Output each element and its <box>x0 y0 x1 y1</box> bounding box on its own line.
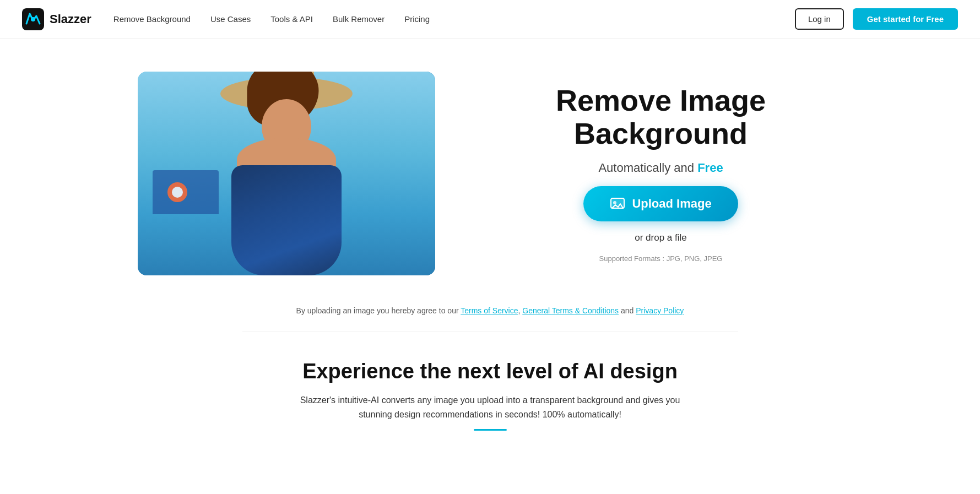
ai-section-subtitle: Slazzer's intuitive-AI converts any imag… <box>297 393 683 421</box>
terms-intro-text: By uploading an image you hereby agree t… <box>296 306 461 315</box>
hero-image-container <box>138 72 435 275</box>
svg-point-3 <box>613 201 616 204</box>
hero-image <box>138 72 435 275</box>
supported-formats-text: Supported Formats : JPG, PNG, JPEG <box>599 254 723 263</box>
nav-actions: Log in Get started for Free <box>795 8 958 30</box>
hero-subtitle: Automatically and Free <box>598 161 723 175</box>
ai-section-title: Experience the next level of AI design <box>275 360 705 383</box>
svg-point-1 <box>31 17 35 21</box>
nav-remove-background[interactable]: Remove Background <box>113 14 191 24</box>
hero-title: Remove Image Background <box>479 84 843 150</box>
logo-link[interactable]: Slazzer <box>22 8 91 30</box>
free-text: Free <box>697 161 723 175</box>
upload-button-label: Upload Image <box>632 197 711 211</box>
slazzer-logo-icon <box>22 8 44 30</box>
ai-underline-decoration <box>474 429 507 431</box>
torso <box>231 165 342 275</box>
nav-pricing[interactable]: Pricing <box>404 14 430 24</box>
terms-section: By uploading an image you hereby agree t… <box>0 297 980 332</box>
navbar: Slazzer Remove Background Use Cases Tool… <box>0 0 980 39</box>
upload-icon <box>610 196 625 211</box>
ai-section: Experience the next level of AI design S… <box>242 332 738 455</box>
get-started-button[interactable]: Get started for Free <box>853 8 958 30</box>
privacy-policy-link[interactable]: Privacy Policy <box>636 306 684 315</box>
upload-image-button[interactable]: Upload Image <box>583 186 738 221</box>
nav-use-cases[interactable]: Use Cases <box>210 14 251 24</box>
hero-content: Remove Image Background Automatically an… <box>479 84 843 263</box>
terms-and-text: and <box>621 306 636 315</box>
login-button[interactable]: Log in <box>795 8 844 30</box>
nav-links: Remove Background Use Cases Tools & API … <box>113 14 795 24</box>
general-terms-link[interactable]: General Terms & Conditions <box>522 306 619 315</box>
terms-of-service-link[interactable]: Terms of Service <box>461 306 518 315</box>
drop-file-text: or drop a file <box>635 232 687 243</box>
hero-section: Remove Image Background Automatically an… <box>105 39 876 297</box>
nav-bulk-remover[interactable]: Bulk Remover <box>333 14 385 24</box>
subtitle-text: Automatically and <box>598 161 697 175</box>
nav-tools-api[interactable]: Tools & API <box>270 14 313 24</box>
brand-name: Slazzer <box>50 12 91 26</box>
woman-figure <box>215 88 358 275</box>
life-ring-element <box>167 182 187 202</box>
